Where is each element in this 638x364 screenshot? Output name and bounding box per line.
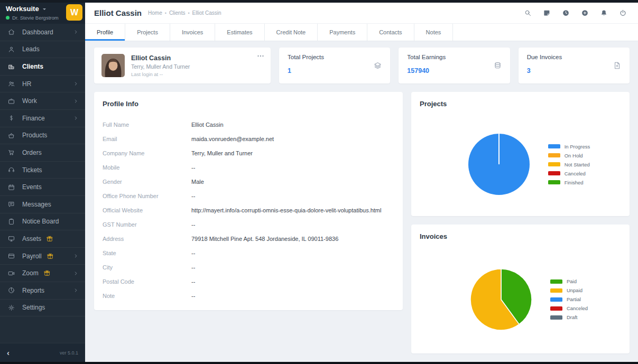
legend-swatch [550,315,562,320]
legend-swatch [548,171,560,175]
sidebar-item-work[interactable]: Work [0,92,85,110]
field-value: -- [191,250,195,256]
search-icon[interactable] [524,9,532,17]
summary-cards-row: Elliot Cassin Terry, Muller And Turner L… [94,48,630,83]
legend-item-not-started[interactable]: Not Started [548,162,590,167]
chevron-right-icon [73,115,79,121]
app-logo[interactable]: W [66,4,82,21]
tab-projects[interactable]: Projects [125,24,170,41]
legend-swatch [550,297,562,302]
legend-label: Partial [567,296,581,302]
clipboard-icon [7,218,15,226]
tab-credit-note[interactable]: Credit Note [265,24,318,41]
legend-item-canceled[interactable]: Canceled [550,305,588,311]
breadcrumb-item[interactable]: Home [148,10,162,16]
sidebar-item-label: Zoom [22,269,39,277]
tab-contacts[interactable]: Contacts [367,24,414,41]
field-label: GST Number [103,221,191,228]
gift-icon [43,269,51,277]
sidebar-item-label: Settings [22,304,45,311]
tab-profile[interactable]: Profile [85,24,125,41]
sidebar-item-assets[interactable]: Assets [0,230,85,248]
chevron-right-icon [73,270,79,276]
tab-invoices[interactable]: Invoices [170,24,215,41]
stat-card-due-invoices: Due Invoices 3 [519,48,630,83]
field-value: -- [191,193,195,199]
breadcrumb: Home• Clients• Elliot Cassin [148,10,221,16]
projects-chart-panel: Projects In Progress On Hold Not Started… [411,92,630,216]
bell-icon[interactable] [600,9,608,17]
legend-item-on-hold[interactable]: On Hold [548,153,590,158]
profile-field-gst-number: GST Number -- [103,217,394,231]
plus-circle-icon[interactable] [581,9,589,17]
video-icon [7,269,15,277]
stat-value[interactable]: 1 [288,67,291,74]
sidebar-item-leads[interactable]: Leads [0,41,85,59]
pie-icon [7,286,15,294]
stat-value[interactable]: 157940 [407,67,429,74]
legend-item-unpaid[interactable]: Unpaid [550,287,588,293]
detail-row: Profile Info Full Name Elliot Cassin Ema… [94,92,630,353]
collapse-sidebar-button[interactable]: ‹ [7,349,10,357]
invoices-pie-chart [470,268,532,331]
legend-item-paid[interactable]: Paid [550,278,588,284]
sidebar-item-label: Orders [22,149,42,156]
online-status-icon [6,16,10,20]
sidebar-item-products[interactable]: Products [0,127,85,145]
tab-estimates[interactable]: Estimates [215,24,264,41]
field-label: Office Phone Number [103,193,191,199]
profile-field-official-website: Official Website http://mayert.info/a-co… [103,203,394,217]
people-icon [7,80,15,88]
sidebar-item-settings[interactable]: Settings [0,300,85,317]
profile-field-email: Email maida.vonrueden@example.net [103,132,394,146]
clock-icon[interactable] [562,9,570,17]
sidebar-item-payroll[interactable]: Payroll [0,248,85,265]
brand-name: Worksuite [6,5,39,13]
tab-notes[interactable]: Notes [414,24,454,41]
stat-value[interactable]: 3 [527,67,531,74]
tab-payments[interactable]: Payments [318,24,367,41]
legend-label: Canceled [567,305,588,311]
sidebar-item-notice-board[interactable]: Notice Board [0,213,85,231]
sidebar-footer: ‹ ver 5.0.1 [0,343,85,362]
legend-item-canceled[interactable]: Canceled [548,171,590,176]
sidebar-item-label: Tickets [22,166,42,174]
legend-item-finished[interactable]: Finished [548,180,590,185]
sidebar-item-messages[interactable]: Messages [0,196,85,213]
profile-field-gender: Gender Male [103,174,394,189]
breadcrumb-separator: • [165,11,167,16]
field-label: Full Name [103,122,191,128]
sidebar-item-reports[interactable]: Reports [0,282,85,300]
legend-swatch [548,144,560,148]
legend-item-draft[interactable]: Draft [550,314,588,320]
sidebar-item-hr[interactable]: HR [0,76,85,93]
legend-item-partial[interactable]: Partial [550,296,588,302]
sidebar-item-clients[interactable]: Clients [0,58,85,76]
avatar [101,54,125,77]
sidebar-item-dashboard[interactable]: Dashboard [0,24,85,41]
legend-swatch [550,306,562,311]
power-icon[interactable] [619,9,627,17]
field-label: Note [103,293,191,299]
field-value: -- [191,278,195,285]
field-value: Male [191,179,204,185]
note-icon[interactable] [543,9,551,17]
field-value: -- [191,221,195,228]
invoice-icon [613,61,622,70]
sidebar-item-tickets[interactable]: Tickets [0,162,85,179]
sidebar-item-label: Assets [22,235,41,242]
profile-field-company-name: Company Name Terry, Muller and Turner [103,146,394,160]
field-value: 79918 Mitchell Pine Apt. 548 Jordaneside… [191,236,338,242]
breadcrumb-item[interactable]: Clients [169,10,186,16]
breadcrumb-separator: • [188,11,189,16]
home-icon [7,28,15,36]
profile-field-office-phone-number: Office Phone Number -- [103,189,394,203]
sidebar-item-finance[interactable]: Finance [0,110,85,127]
more-horizontal-icon[interactable] [256,51,265,61]
legend-label: In Progress [565,144,590,150]
cart-icon [7,148,15,156]
legend-item-in-progress[interactable]: In Progress [548,144,590,150]
sidebar-item-zoom[interactable]: Zoom [0,265,85,282]
sidebar-item-orders[interactable]: Orders [0,144,85,162]
sidebar-item-events[interactable]: Events [0,179,85,196]
